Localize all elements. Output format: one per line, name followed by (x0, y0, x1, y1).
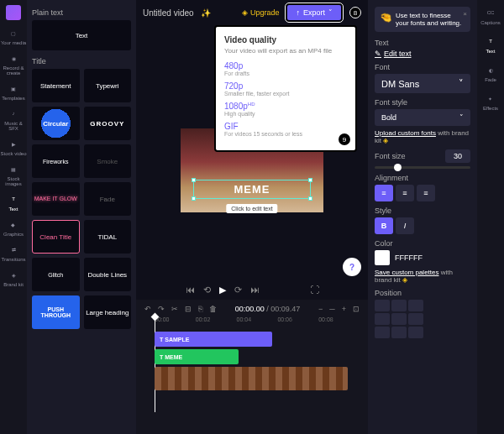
rewind-icon[interactable]: ⟲ (203, 285, 211, 295)
fit-icon[interactable]: ⊡ (353, 305, 360, 313)
template-smoke[interactable]: Smoke (84, 144, 132, 178)
template-large-heading[interactable]: Large heading (84, 295, 132, 329)
tip-callout: 🤏 Use text to finesse your fonts and wri… (375, 7, 470, 32)
template-groovy[interactable]: GROOVY (84, 107, 132, 140)
font-style-select[interactable]: Bold˅ (375, 109, 470, 126)
project-title[interactable]: Untitled video (143, 8, 194, 18)
template-circular[interactable]: Circular (32, 107, 80, 140)
rail-stock-images[interactable]: ▦Stock images (0, 163, 27, 186)
undo-icon[interactable]: ↶ (144, 305, 151, 313)
template-glow[interactable]: MAKE IT GLOW (32, 182, 80, 216)
resize-handle-tl[interactable] (192, 178, 196, 182)
zoom-in-icon[interactable]: + (342, 305, 346, 313)
clip-video[interactable] (155, 367, 348, 390)
align-right-button[interactable]: ≡ (417, 185, 435, 201)
pos-tl[interactable] (375, 300, 390, 311)
save-palettes-link[interactable]: Save custom palettes (375, 269, 438, 276)
rail-captions[interactable]: CCCaptions (480, 7, 501, 25)
rail-your-media[interactable]: ▢Your media (1, 27, 26, 45)
rail-graphics[interactable]: ◆Graphics (3, 218, 24, 237)
template-glitch[interactable]: Glitch (32, 258, 80, 291)
rail-fade[interactable]: ◐Fade (485, 64, 496, 82)
folder-icon: ▢ (8, 27, 19, 39)
app-logo[interactable] (6, 5, 21, 20)
text-selection-box[interactable]: MEME Click to edit text (193, 180, 311, 199)
skip-forward-icon[interactable]: ⏭ (250, 285, 260, 295)
style-label: Style (375, 207, 470, 215)
font-size-input[interactable]: 30 (445, 149, 470, 163)
pos-tc[interactable] (391, 300, 407, 311)
redo-icon[interactable]: ↷ (158, 305, 165, 313)
template-fade[interactable]: Fade (84, 182, 132, 216)
time-display: 00:00.00 / 00:09.47 (235, 305, 301, 313)
timeline-ruler[interactable]: 00:0000:0200:0400:0600:08 (144, 316, 360, 328)
font-size-slider[interactable] (375, 166, 470, 169)
slider-thumb[interactable] (394, 164, 402, 171)
export-option-gif[interactable]: GIFFor videos 15 seconds or less (224, 122, 347, 137)
rail-stock-video[interactable]: ▶Stock video (0, 138, 26, 156)
pos-mr[interactable] (408, 313, 423, 325)
resize-handle-tr[interactable] (308, 178, 312, 182)
template-double-lines[interactable]: Double Lines (84, 258, 132, 291)
align-left-button[interactable]: ≡ (375, 185, 393, 201)
export-button[interactable]: ↑Export˅ (286, 3, 343, 22)
chevron-down-icon: ˅ (328, 8, 333, 17)
diamond-icon: ◈ (402, 276, 407, 284)
template-push-through[interactable]: PUSH THROUGH (32, 295, 80, 329)
text-icon: T (485, 35, 496, 47)
clip-meme[interactable]: T MEME (155, 349, 239, 364)
export-option-480p[interactable]: 480pFor drafts (224, 61, 347, 76)
italic-button[interactable]: I (396, 217, 414, 234)
bold-button[interactable]: B (375, 217, 393, 234)
upgrade-button[interactable]: ◈Upgrade (242, 8, 280, 17)
forward-icon[interactable]: ⟳ (234, 285, 242, 295)
trash-icon[interactable]: 🗑 (209, 305, 217, 313)
pos-tr[interactable] (408, 300, 423, 311)
export-option-720p[interactable]: 720pSmaller file, faster export (224, 81, 347, 97)
rail-text-props[interactable]: TText (485, 35, 496, 54)
split-icon[interactable]: ⊟ (185, 305, 192, 313)
close-icon[interactable]: × (463, 10, 467, 18)
resize-handle-br[interactable] (308, 196, 312, 201)
scissors-icon[interactable]: ✂ (171, 305, 178, 313)
export-subtitle: Your video will export as an MP4 file (224, 47, 347, 55)
template-fireworks[interactable]: Fireworks (32, 144, 80, 178)
upload-fonts-link[interactable]: Upload custom fonts (375, 129, 436, 137)
copy-icon[interactable]: ⎘ (198, 305, 202, 313)
pos-mc[interactable] (391, 313, 407, 325)
pos-bc[interactable] (391, 327, 407, 338)
canvas-text[interactable]: MEME (197, 183, 307, 196)
rail-effects[interactable]: ✦Effects (483, 92, 498, 111)
template-typewriter[interactable]: Typewri (84, 69, 132, 102)
rail-text[interactable]: TText (8, 193, 19, 212)
edit-text-link[interactable]: ✎Edit text (375, 50, 470, 58)
font-select[interactable]: DM Sans˅ (375, 74, 470, 93)
rail-transitions[interactable]: ⇄Transitions (1, 243, 25, 262)
pos-br[interactable] (408, 327, 423, 338)
color-swatch[interactable] (375, 250, 390, 265)
zoom-slider[interactable]: ─ (329, 305, 334, 313)
export-option-1080p[interactable]: 1080pHDHigh quality (224, 102, 347, 117)
play-icon[interactable]: ▶ (219, 285, 226, 295)
pos-bl[interactable] (375, 327, 390, 338)
pos-ml[interactable] (375, 313, 390, 325)
wand-icon[interactable]: ✨ (201, 8, 211, 18)
text-section-label: Text (375, 39, 470, 47)
properties-panel: 🤏 Use text to finesse your fonts and wri… (368, 0, 477, 434)
zoom-out-icon[interactable]: − (318, 305, 323, 313)
rail-music[interactable]: ♪Music & SFX (0, 107, 27, 131)
fullscreen-icon[interactable]: ⛶ (310, 285, 319, 295)
template-plain-text[interactable]: Text (32, 20, 131, 50)
clip-sample[interactable]: T SAMPLE (155, 332, 272, 347)
rail-record[interactable]: ◉Record & create (0, 52, 27, 76)
graphics-icon: ◆ (8, 218, 19, 230)
template-statement[interactable]: Statement (32, 69, 80, 102)
template-clean-title[interactable]: Clean Title (32, 220, 80, 254)
help-button[interactable]: ? (343, 258, 361, 276)
skip-back-icon[interactable]: ⏮ (186, 285, 195, 295)
align-center-button[interactable]: ≡ (396, 185, 414, 201)
rail-brand-kit[interactable]: ◈Brand kit (3, 269, 24, 287)
rail-templates[interactable]: ▣Templates (2, 82, 24, 101)
resize-handle-bl[interactable] (192, 196, 196, 201)
template-tidal[interactable]: TIDAL (84, 220, 132, 254)
